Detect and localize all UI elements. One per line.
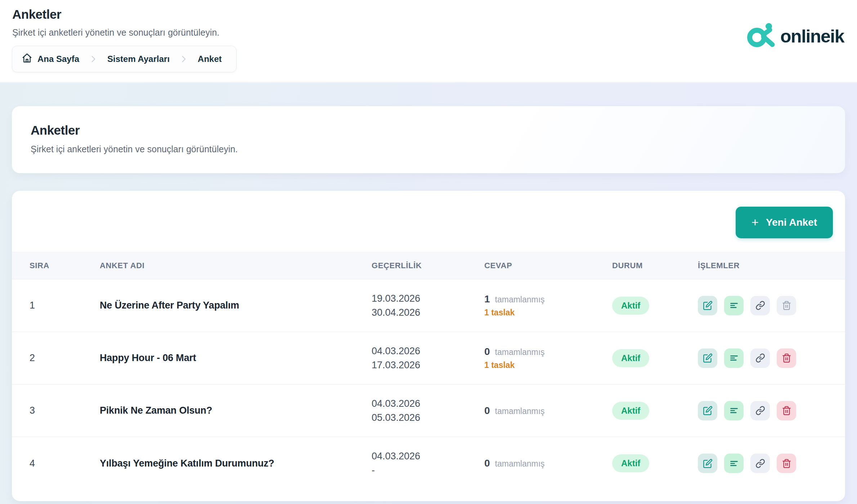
table-body: 1 Ne Üzerine After Party Yapalım 19.03.2… (12, 279, 845, 490)
trash-icon (782, 301, 791, 310)
completed-label: tamamlanmış (495, 295, 545, 305)
surveys-page: Anketler Şirket içi anketleri yönetin ve… (0, 0, 857, 504)
column-header-sira: SIRA (30, 261, 100, 270)
results-list-icon (729, 406, 739, 415)
chevron-right-icon (179, 54, 188, 64)
copy-link-button[interactable] (750, 401, 770, 420)
table-row: 3 Piknik Ne Zaman Olsun? 04.03.2026 05.0… (12, 384, 845, 437)
completed-label: tamamlanmış (495, 406, 545, 416)
answers-cell: 1 tamamlanmış 1 taslak (484, 293, 612, 318)
column-header-cevap: CEVAP (484, 261, 612, 270)
copy-link-button[interactable] (750, 454, 770, 473)
validity-start: 04.03.2026 (372, 449, 484, 463)
breadcrumb-current-label: Anket (198, 54, 222, 64)
status-cell: Aktif (612, 454, 698, 472)
status-badge: Aktif (612, 349, 649, 367)
completed-count: 0 (484, 346, 490, 357)
breadcrumb-home-link[interactable]: Ana Sayfa (22, 53, 79, 66)
link-icon (755, 301, 765, 310)
survey-name: Happy Hour - 06 Mart (100, 352, 372, 364)
completed-count: 0 (484, 458, 490, 469)
breadcrumb-home-label: Ana Sayfa (37, 54, 79, 64)
link-icon (755, 459, 765, 468)
edit-button[interactable] (698, 454, 717, 473)
results-list-icon (729, 353, 739, 363)
delete-button[interactable] (777, 454, 796, 473)
onlineik-logo: onlineik (746, 21, 844, 52)
draft-count: 1 taslak (484, 308, 612, 318)
edit-button[interactable] (698, 401, 717, 420)
onlineik-logo-icon (746, 21, 778, 52)
column-header-anket-adi: ANKET ADI (100, 261, 372, 270)
hero-title: Anketler (31, 123, 80, 138)
results-button[interactable] (724, 296, 744, 315)
status-badge: Aktif (612, 297, 649, 315)
edit-icon (703, 353, 713, 363)
row-index: 2 (30, 352, 100, 364)
main-content: Anketler Şirket içi anketleri yönetin ve… (0, 83, 857, 504)
page-title: Anketler (12, 7, 61, 22)
validity-dates: 19.03.2026 30.04.2026 (372, 292, 484, 320)
status-badge: Aktif (612, 454, 649, 472)
column-header-gecerlilik: GEÇERLİLİK (372, 261, 484, 270)
column-header-islemler: İŞLEMLER (698, 261, 845, 270)
delete-button[interactable] (777, 348, 796, 368)
row-actions (698, 454, 845, 473)
validity-end: 17.03.2026 (372, 358, 484, 372)
row-actions (698, 401, 845, 420)
validity-end: - (372, 463, 484, 477)
hero-subtitle: Şirket içi anketleri yönetin ve sonuçlar… (31, 144, 238, 154)
column-header-durum: DURUM (612, 261, 698, 270)
copy-link-button[interactable] (750, 348, 770, 368)
survey-name: Ne Üzerine After Party Yapalım (100, 300, 372, 311)
completed-count: 1 (484, 293, 490, 305)
new-survey-button-label: Yeni Anket (766, 217, 817, 228)
results-button[interactable] (724, 454, 744, 473)
plus-icon: + (751, 216, 759, 228)
results-list-icon (729, 459, 739, 468)
link-icon (755, 406, 765, 415)
copy-link-button[interactable] (750, 296, 770, 315)
trash-icon (782, 459, 791, 468)
validity-end: 30.04.2026 (372, 306, 484, 320)
breadcrumb-current[interactable]: Anket (198, 54, 222, 64)
status-cell: Aktif (612, 297, 698, 315)
results-button[interactable] (724, 348, 744, 368)
edit-icon (703, 301, 713, 310)
table-header-row: SIRA ANKET ADI GEÇERLİLİK CEVAP DURUM İŞ… (12, 252, 845, 279)
completed-label: tamamlanmış (495, 459, 545, 469)
row-index: 3 (30, 405, 100, 416)
status-badge: Aktif (612, 402, 649, 420)
link-icon (755, 353, 765, 363)
onlineik-logo-text: onlineik (780, 26, 844, 47)
answers-cell: 0 tamamlanmış (484, 458, 612, 469)
trash-icon (782, 406, 791, 415)
status-cell: Aktif (612, 349, 698, 367)
breadcrumb-settings-link[interactable]: Sistem Ayarları (107, 54, 170, 64)
draft-count: 1 taslak (484, 360, 612, 370)
survey-name: Yılbaşı Yemeğine Katılım Durumunuz? (100, 458, 372, 469)
results-list-icon (729, 301, 739, 310)
validity-start: 19.03.2026 (372, 292, 484, 306)
row-index: 1 (30, 300, 100, 311)
trash-icon (782, 353, 791, 363)
row-actions (698, 296, 845, 315)
validity-end: 05.03.2026 (372, 411, 484, 425)
delete-button[interactable] (777, 401, 796, 420)
results-button[interactable] (724, 401, 744, 420)
edit-icon (703, 459, 713, 468)
page-header: Anketler Şirket içi anketleri yönetin ve… (0, 0, 857, 82)
answers-cell: 0 tamamlanmış (484, 405, 612, 417)
survey-name: Piknik Ne Zaman Olsun? (100, 405, 372, 416)
table-row: 2 Happy Hour - 06 Mart 04.03.2026 17.03.… (12, 332, 845, 384)
delete-button-disabled[interactable] (777, 296, 796, 315)
hero-card: Anketler Şirket içi anketleri yönetin ve… (12, 106, 845, 173)
new-survey-button[interactable]: + Yeni Anket (736, 207, 833, 238)
edit-button[interactable] (698, 296, 717, 315)
completed-label: tamamlanmış (495, 347, 545, 357)
validity-dates: 04.03.2026 05.03.2026 (372, 397, 484, 425)
validity-dates: 04.03.2026 17.03.2026 (372, 344, 484, 372)
edit-button[interactable] (698, 348, 717, 368)
page-subtitle: Şirket içi anketleri yönetin ve sonuçlar… (12, 27, 219, 38)
validity-dates: 04.03.2026 - (372, 449, 484, 477)
